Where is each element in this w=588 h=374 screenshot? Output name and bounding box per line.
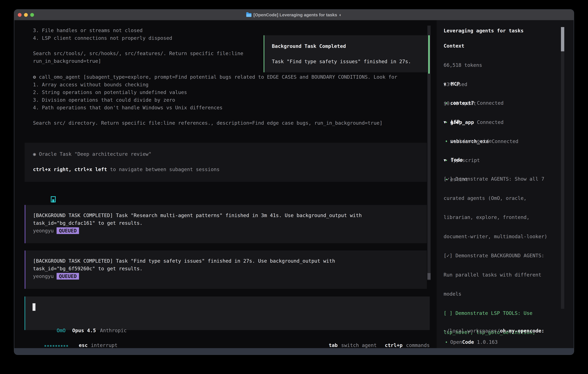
todo-line: [✓] Demonstrate AGENTS: Show all 7	[444, 175, 553, 183]
log-line: Search src/tools/, src/hooks/, src/featu…	[33, 50, 243, 57]
input-provider-name: Anthropic	[100, 328, 126, 333]
task-message-meta: yeongyuQUEUED	[33, 227, 427, 235]
input-model-name: Opus 4.5	[72, 328, 96, 333]
log-line	[33, 42, 243, 50]
context-heading: Context	[444, 42, 464, 50]
window-bottom-strip	[14, 348, 574, 354]
notification-body: Task "Find type safety issues" finished …	[272, 58, 427, 65]
tool-call-block: ⚙ call_omo_agent [subagent_type=explore,…	[33, 73, 397, 127]
todo-line: Run parallel tasks with different	[444, 271, 553, 279]
tool-call-line: 4. Path operations that don't handle Win…	[33, 104, 397, 112]
esc-key-hint: esc	[79, 342, 88, 348]
tool-call-line: 3. Division operations that could divide…	[33, 96, 397, 104]
window-title-group: [OpenCode] Leveraging agents for tasks ◐	[246, 12, 342, 17]
user-label: yeongyu	[33, 273, 54, 279]
chevron-down-icon: ▼	[444, 118, 451, 126]
window-title: [OpenCode] Leveraging agents for tasks	[253, 12, 337, 17]
task-message-line: [BACKGROUND TASK COMPLETED] Task "Resear…	[33, 212, 427, 219]
folder-icon	[246, 13, 252, 17]
tool-call-line	[33, 112, 397, 119]
oracle-task-line: ◉ Oracle Task "Deep architecture review"	[33, 150, 427, 158]
prompt-input[interactable]: OmOOpus 4.5Anthropic	[25, 296, 430, 330]
spinner-dots-icon: ▪▪▪▪▪▪▪▪▪	[44, 343, 69, 348]
screen: { "window": { "title": "[OpenCode] Lever…	[0, 0, 588, 374]
lsp-item: •markdown-oxide	[444, 137, 492, 145]
input-agent-name: OmO	[57, 328, 65, 333]
chevron-down-icon: ▼	[444, 80, 451, 88]
lsp-section-header[interactable]: ▼LSP	[444, 118, 460, 126]
context-tokens: 66,518 tokens	[444, 61, 482, 69]
subagent-nav-hint: ctrl+x right, ctrl+x left to navigate be…	[33, 166, 427, 173]
log-line: run_in_background=true]	[33, 57, 243, 65]
task-message: [BACKGROUND TASK COMPLETED] Task "Resear…	[25, 205, 427, 243]
status-badge: QUEUED	[57, 227, 79, 234]
task-message: [BACKGROUND TASK COMPLETED] Task "Find t…	[25, 250, 427, 289]
sidebar-session-title: Leveraging agents for tasks	[444, 27, 524, 35]
status-dot-icon: •	[444, 137, 450, 145]
log-line: 4. LSP client connections not properly d…	[33, 34, 243, 42]
todo-line: curated agents (OmO, oracle,	[444, 194, 553, 202]
ctrlp-key-hint: ctrl+p	[385, 342, 402, 348]
todo-line: librarian, explore, frontend,	[444, 213, 553, 221]
mcp-item: •context7 Connected	[444, 99, 518, 107]
tool-call-line: 1. Array access without bounds checking	[33, 81, 397, 89]
status-badge: QUEUED	[57, 273, 79, 280]
main-scrollbar[interactable]	[427, 26, 430, 280]
tool-call-line: 2. String operations on potentially unde…	[33, 89, 397, 96]
task-message-line: task_id="bg_dcfac161" to get results.	[33, 219, 427, 227]
zoom-button[interactable]	[30, 13, 34, 17]
user-label: yeongyu	[33, 228, 54, 234]
task-message-meta: yeongyuQUEUED	[33, 272, 427, 280]
chevron-down-icon: ▼	[444, 156, 451, 164]
status-dot-icon: •	[444, 100, 450, 107]
todo-line: models	[444, 290, 553, 298]
main-scrollbar-notification-thumb[interactable]	[428, 35, 430, 74]
esc-key-label: interrupt	[91, 342, 117, 348]
workspace-repo: oh-my-opencode:	[500, 328, 544, 334]
log-block-top: 3. File handles or streams not closed 4.…	[33, 27, 243, 65]
agent-icon	[51, 196, 56, 202]
sidebar: Leveraging agents for tasks Context 66,5…	[437, 21, 574, 348]
opencode-version: •OpenCode 1.0.163	[444, 338, 498, 346]
todo-line: document-writer, multimodal-looker)	[444, 233, 553, 240]
notification-title: Background Task Completed	[272, 42, 427, 50]
task-message-line: task_id="bg_6f59260c" to get results.	[33, 265, 427, 272]
close-button[interactable]	[18, 13, 21, 17]
task-message-line: [BACKGROUND TASK COMPLETED] Task "Find t…	[33, 257, 427, 265]
terminal-content: 3. File handles or streams not closed 4.…	[14, 21, 574, 348]
tab-key-label: switch agent	[341, 342, 377, 348]
tool-call-line: Search src/ directory. Return specific f…	[33, 119, 397, 127]
sidebar-scrollbar[interactable]	[561, 27, 564, 309]
todo-section-header[interactable]: ▼Todo	[444, 156, 463, 164]
gear-icon: ⚙	[33, 74, 36, 80]
log-line: 3. File handles or streams not closed	[33, 27, 243, 34]
todo-line: [✓] Demonstrate BACKGROUND AGENTS:	[444, 252, 553, 260]
oracle-task-box: ◉ Oracle Task "Deep architecture review"…	[25, 143, 427, 182]
background-task-notification: Background Task Completed Task "Find typ…	[264, 35, 427, 72]
mcp-section-header[interactable]: ▼MCP	[444, 80, 460, 88]
tool-call-line: ⚙ call_omo_agent [subagent_type=explore,…	[33, 73, 397, 81]
tab-key-hint: tab	[329, 342, 337, 348]
status-bar: ▪▪▪▪▪▪▪▪▪escinterrupt tabswitch agentctr…	[26, 334, 430, 342]
minimize-button[interactable]	[24, 13, 28, 17]
workspace-path-prefix: ~/local-workspaces/	[444, 328, 500, 334]
session-state-icon: ◐	[339, 12, 342, 17]
agent-header: OmO · claude-opus-4-5	[33, 188, 98, 196]
sidebar-scrollbar-thumb[interactable]	[561, 27, 564, 51]
main-scrollbar-thumb[interactable]	[427, 273, 430, 280]
text-cursor	[32, 303, 35, 311]
status-dot-icon: •	[444, 338, 450, 346]
model-indicator[interactable]: OmOOpus 4.5Anthropic	[33, 319, 126, 327]
terminal-window: [OpenCode] Leveraging agents for tasks ◐…	[14, 9, 574, 355]
version-number: 1.0.163	[477, 339, 498, 345]
ctrlp-key-label: commands	[406, 342, 430, 348]
title-bar: [OpenCode] Leveraging agents for tasks ◐	[14, 10, 574, 21]
